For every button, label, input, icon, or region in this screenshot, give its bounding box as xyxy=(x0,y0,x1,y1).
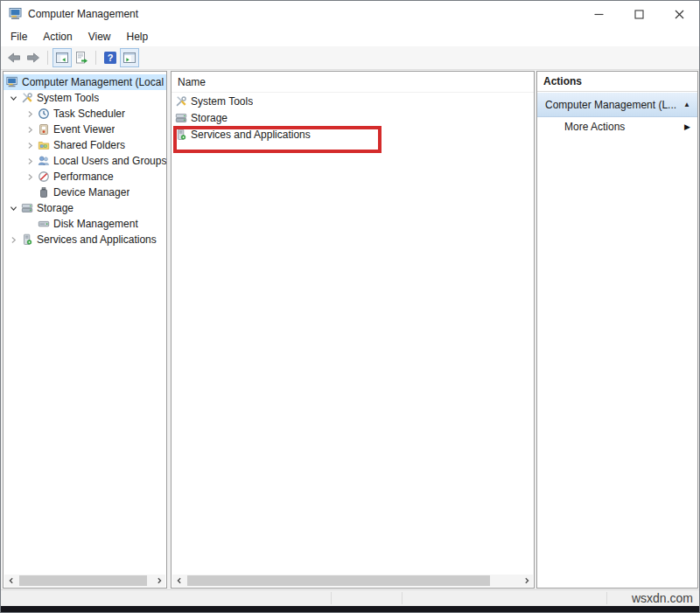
tree-item-label: Device Manager xyxy=(53,186,130,199)
show-console-tree-button[interactable] xyxy=(52,48,72,67)
toolbar-separator xyxy=(95,51,96,65)
tree-item-label: System Tools xyxy=(37,92,99,104)
maximize-button[interactable] xyxy=(619,1,659,27)
content-area: Computer Management (Local System Tools … xyxy=(1,70,699,589)
menu-bar: File Action View Help xyxy=(1,27,699,46)
tree-item-label: Local Users and Groups xyxy=(53,155,166,167)
chevron-right-icon[interactable] xyxy=(10,233,21,246)
chevron-down-icon[interactable] xyxy=(10,202,21,214)
toolbar xyxy=(1,46,699,70)
watermark-text: wsxdn.com xyxy=(632,591,693,605)
toolbar-separator xyxy=(47,51,48,65)
list-item-label: Storage xyxy=(191,112,228,124)
list-horizontal-scrollbar[interactable] xyxy=(172,575,533,587)
status-separator xyxy=(402,592,402,604)
close-button[interactable] xyxy=(659,1,699,27)
status-separator xyxy=(331,592,332,604)
tree-item-performance[interactable]: Performance xyxy=(4,169,166,185)
tree-item-local-users-and-groups[interactable]: Local Users and Groups xyxy=(4,153,166,169)
window-controls xyxy=(578,1,699,27)
tree-item-event-viewer[interactable]: Event Viewer xyxy=(4,122,166,137)
scrollbar-track[interactable] xyxy=(18,575,152,587)
tree-item-disk-management[interactable]: Disk Management xyxy=(4,216,166,232)
chevron-spacer xyxy=(26,218,38,230)
shared-folders-icon xyxy=(38,139,50,151)
chevron-right-icon[interactable] xyxy=(26,108,38,120)
menu-file[interactable]: File xyxy=(3,29,35,45)
tree-item-shared-folders[interactable]: Shared Folders xyxy=(4,137,166,153)
actions-group-title: Computer Management (L... xyxy=(545,99,683,111)
menu-help[interactable]: Help xyxy=(119,29,157,45)
status-separator xyxy=(606,592,607,604)
chevron-spacer xyxy=(26,186,38,199)
scroll-left-arrow[interactable] xyxy=(172,575,186,587)
chevron-right-icon[interactable] xyxy=(26,171,38,183)
tree-item-label: Computer Management (Local xyxy=(22,76,164,88)
tree-item-label: Disk Management xyxy=(53,218,138,230)
computer-management-window: Computer Management File Action View Hel… xyxy=(0,0,700,613)
tree-item-system-tools[interactable]: System Tools xyxy=(4,90,166,106)
tree-horizontal-scrollbar[interactable] xyxy=(4,575,165,587)
show-action-pane-button[interactable] xyxy=(120,48,139,67)
tree-item-services-and-applications[interactable]: Services and Applications xyxy=(4,232,166,247)
more-actions-item[interactable]: More Actions ▶ xyxy=(537,117,697,136)
device-manager-icon xyxy=(38,186,50,199)
computer-management-icon xyxy=(6,76,18,88)
tree-item-storage[interactable]: Storage xyxy=(4,200,166,216)
tree-item-label: Services and Applications xyxy=(37,233,157,246)
tree-item-label: Shared Folders xyxy=(53,139,125,151)
scroll-right-arrow[interactable] xyxy=(520,575,533,587)
local-users-groups-icon xyxy=(38,155,50,167)
tree-item-label: Event Viewer xyxy=(53,123,115,136)
list-item-system-tools[interactable]: System Tools xyxy=(172,93,534,109)
system-tools-icon xyxy=(21,92,33,104)
collapse-arrow-icon[interactable]: ▲ xyxy=(683,101,690,108)
chevron-down-icon[interactable] xyxy=(10,92,21,104)
export-list-button[interactable] xyxy=(72,48,91,67)
tree-item-label: Performance xyxy=(53,171,114,183)
minimize-button[interactable] xyxy=(578,1,619,27)
back-button[interactable] xyxy=(4,48,24,67)
scroll-left-arrow[interactable] xyxy=(4,575,18,587)
disk-management-icon xyxy=(38,218,50,230)
scrollbar-track[interactable] xyxy=(186,575,520,587)
help-button[interactable] xyxy=(101,48,120,67)
services-applications-icon xyxy=(175,129,187,141)
list-item-label: Services and Applications xyxy=(191,129,311,141)
taskbar-edge xyxy=(1,606,699,612)
performance-icon xyxy=(38,171,50,183)
console-tree-pane: Computer Management (Local System Tools … xyxy=(3,71,167,589)
list-item-storage[interactable]: Storage xyxy=(172,109,534,126)
menu-view[interactable]: View xyxy=(80,29,119,45)
scroll-right-arrow[interactable] xyxy=(152,575,165,587)
window-title: Computer Management xyxy=(28,8,138,20)
tree-item-label: Storage xyxy=(37,202,74,214)
chevron-right-icon[interactable] xyxy=(26,155,38,167)
menu-action[interactable]: Action xyxy=(35,29,80,45)
computer-management-icon xyxy=(9,7,23,21)
tree-item-device-manager[interactable]: Device Manager xyxy=(4,185,166,200)
forward-button[interactable] xyxy=(24,48,43,67)
storage-icon xyxy=(175,112,187,124)
actions-pane: Actions Computer Management (L... ▲ More… xyxy=(536,71,698,589)
actions-group-header[interactable]: Computer Management (L... ▲ xyxy=(537,93,697,117)
scrollbar-thumb[interactable] xyxy=(187,575,490,586)
event-viewer-icon xyxy=(38,123,50,136)
chevron-right-icon[interactable] xyxy=(26,139,38,151)
results-pane: Name System Tools Storage Services and A… xyxy=(171,71,535,589)
submenu-arrow-icon: ▶ xyxy=(684,122,690,131)
services-applications-icon xyxy=(21,233,33,246)
scrollbar-thumb[interactable] xyxy=(19,575,147,586)
list-item-services-and-applications[interactable]: Services and Applications xyxy=(172,126,534,143)
chevron-right-icon[interactable] xyxy=(26,123,38,136)
storage-icon xyxy=(21,202,33,214)
console-tree: Computer Management (Local System Tools … xyxy=(4,72,166,247)
tree-item-computer-management[interactable]: Computer Management (Local xyxy=(4,74,166,90)
tree-item-label: Task Scheduler xyxy=(53,108,125,120)
system-tools-icon xyxy=(175,95,187,108)
column-header-name[interactable]: Name xyxy=(172,72,534,93)
more-actions-label: More Actions xyxy=(564,121,684,133)
title-bar: Computer Management xyxy=(1,1,699,27)
list-item-label: System Tools xyxy=(191,95,253,108)
tree-item-task-scheduler[interactable]: Task Scheduler xyxy=(4,106,166,122)
